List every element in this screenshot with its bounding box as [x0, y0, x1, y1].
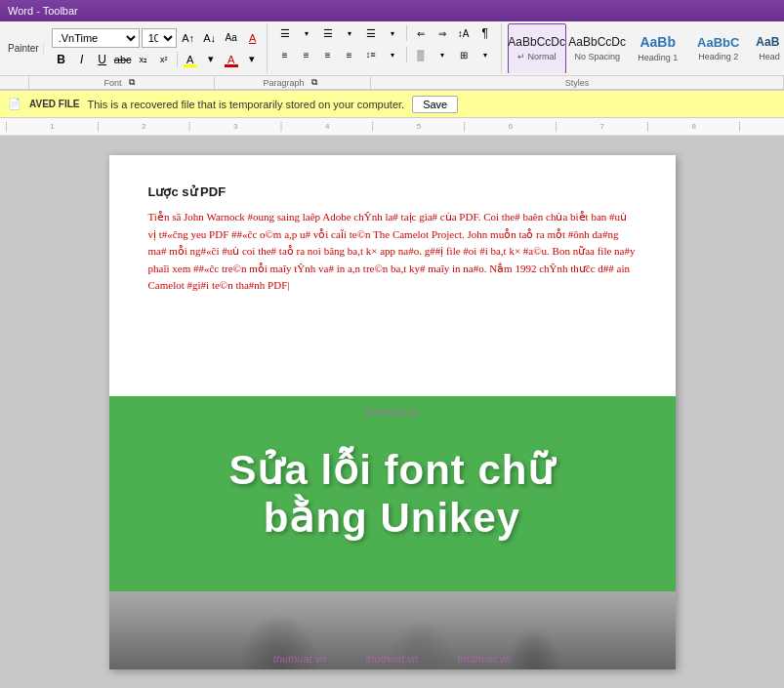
font-format-row: B I U abc x₂ x² A ▾ A ▾ [52, 50, 263, 69]
style-h1-preview: AaBb [640, 34, 676, 51]
ribbon: Painter .VnTime 10.5 A↑ A↓ Aa A [0, 21, 784, 91]
shading-button[interactable]: ▒ [411, 45, 431, 64]
bullets-dropdown[interactable]: ▾ [297, 23, 316, 43]
borders-dropdown[interactable]: ▾ [475, 45, 495, 64]
strikethrough-button[interactable]: abc [113, 50, 133, 69]
info-icon: 📄 [8, 98, 21, 110]
style-h3-preview: AaBbCc [756, 35, 780, 49]
para-row-1: ☰ ▾ ☰ ▾ ☰ ▾ ⇐ ⇒ ↕A ¶ [275, 23, 495, 43]
multilevel-dropdown[interactable]: ▾ [383, 23, 402, 43]
superscript-button[interactable]: x² [154, 50, 174, 69]
style-nospace-label: No Spacing [574, 52, 620, 61]
font-clear-btn[interactable]: A [243, 28, 263, 48]
line-spacing-dropdown[interactable]: ▾ [383, 45, 402, 64]
font-name-row: .VnTime 10.5 A↑ A↓ Aa A [52, 28, 263, 48]
style-heading3[interactable]: AaBbCc Heading 3 [750, 23, 780, 73]
bold-button[interactable]: B [52, 50, 71, 69]
font-shrink-btn[interactable]: A↓ [200, 28, 220, 48]
paragraph-section: ☰ ▾ ☰ ▾ ☰ ▾ ⇐ ⇒ ↕A ¶ ≡ ≡ ≡ ≡ ↕≡ ▾ ▒ [269, 23, 502, 73]
subscript-button[interactable]: x₂ [134, 50, 153, 69]
label-styles: Styles [371, 76, 784, 89]
font-color-dropdown[interactable]: ▾ [201, 50, 221, 69]
numbering-dropdown[interactable]: ▾ [340, 23, 359, 43]
style-h3-label: Heading 3 [759, 52, 780, 61]
style-no-spacing[interactable]: AaBbCcDc No Spacing [568, 23, 627, 73]
shading-dropdown[interactable]: ▾ [433, 45, 452, 64]
overlay-text-line1: Sửa lỗi font chữ [228, 446, 555, 494]
ribbon-labels: Font ⧉ Paragraph ⧉ Styles [0, 76, 784, 90]
increase-indent-button[interactable]: ⇒ [433, 23, 452, 43]
style-normal-preview: AaBbCcDc [508, 35, 565, 49]
para-row-2: ≡ ≡ ≡ ≡ ↕≡ ▾ ▒ ▾ ⊞ ▾ [275, 45, 495, 64]
highlight-button[interactable]: A [181, 50, 200, 69]
line-spacing-button[interactable]: ↕≡ [361, 45, 381, 64]
document-area: Lược sử PDF Tie̊n sã John Warnock #oung … [0, 136, 784, 688]
info-label: AVED FILE [29, 99, 79, 109]
font-color-button[interactable]: A [222, 50, 241, 69]
style-h2-preview: AaBbC [697, 35, 739, 51]
align-center-button[interactable]: ≡ [297, 45, 316, 64]
decrease-indent-button[interactable]: ⇐ [411, 23, 431, 43]
painter-label: Painter [4, 43, 44, 54]
style-heading1[interactable]: AaBb Heading 1 [629, 23, 687, 73]
font-dialog-btn[interactable]: ⧉ [124, 75, 140, 91]
watermark-2: thuthuat.vn [365, 653, 418, 665]
ribbon-toolbar: Painter .VnTime 10.5 A↑ A↓ Aa A [0, 21, 784, 76]
ruler: │ 1 │ 2 │ 3 │ 4 │ 5 │ 6 │ 7 │ 8 │ [0, 118, 784, 136]
font-section: .VnTime 10.5 A↑ A↓ Aa A B I U abc [48, 23, 268, 73]
italic-button[interactable]: I [72, 50, 92, 69]
multilevel-button[interactable]: ☰ [361, 23, 381, 43]
image-overlay: Sửa lỗi font chữ bằng Unikey thuthuat.vn… [109, 396, 676, 669]
sort-button[interactable]: ↕A [454, 23, 474, 43]
font-grow-btn[interactable]: A↑ [179, 28, 198, 48]
font-size-select[interactable]: 10.5 [142, 28, 177, 48]
show-marks-button[interactable]: ¶ [475, 23, 495, 43]
underline-button[interactable]: U [93, 50, 112, 69]
info-bar: 📄 AVED FILE This is a recovered file tha… [0, 91, 784, 118]
para-dialog-btn[interactable]: ⧉ [307, 75, 322, 91]
font-case-btn[interactable]: Aa [222, 28, 241, 48]
info-message: This is a recovered file that is tempora… [87, 99, 404, 110]
document-page: Lược sử PDF Tie̊n sã John Warnock #oung … [109, 155, 676, 669]
document-content[interactable]: Tie̊n sã John Warnock #oung saing laêp A… [148, 209, 637, 295]
overlay-text-line2: bằng Unikey [264, 494, 520, 542]
save-button[interactable]: Save [412, 96, 458, 113]
justify-button[interactable]: ≡ [340, 45, 359, 64]
borders-button[interactable]: ⊞ [454, 45, 474, 64]
label-paragraph: Paragraph ⧉ [215, 76, 371, 89]
font-controls: .VnTime 10.5 A↑ A↓ Aa A B I U abc [52, 28, 263, 69]
title-text: Word - Toolbar [8, 5, 78, 17]
style-heading2[interactable]: AaBbC Heading 2 [689, 23, 748, 73]
watermark-1: thuthuat.vn [273, 653, 326, 665]
font-name-select[interactable]: .VnTime [52, 28, 140, 48]
style-h2-label: Heading 2 [698, 52, 738, 61]
watermark-3: thuthuat.vn [458, 653, 511, 665]
label-font: Font ⧉ [29, 76, 215, 89]
numbering-button[interactable]: ☰ [318, 23, 338, 43]
align-right-button[interactable]: ≡ [318, 45, 338, 64]
style-nospace-preview: AaBbCcDc [568, 35, 626, 49]
align-left-button[interactable]: ≡ [275, 45, 295, 64]
style-normal-label: ↵ Normal [517, 52, 557, 61]
style-normal[interactable]: AaBbCcDc ↵ Normal [508, 23, 566, 73]
ruler-marks: │ 1 │ 2 │ 3 │ 4 │ 5 │ 6 │ 7 │ 8 │ [4, 122, 762, 131]
styles-section: AaBbCcDc ↵ Normal AaBbCcDc No Spacing Aa… [504, 23, 780, 73]
label-painter [0, 76, 29, 89]
photo-area: thuthuat.vn thuthuat.vn thuthuat.vn [109, 591, 676, 669]
font-color2-dropdown[interactable]: ▾ [242, 50, 262, 69]
bullets-button[interactable]: ☰ [275, 23, 295, 43]
title-bar: Word - Toolbar [0, 0, 784, 21]
style-h1-label: Heading 1 [638, 53, 678, 62]
watermark-top: thuthuat.vn [365, 406, 418, 418]
watermark-bottom: thuthuat.vn thuthuat.vn thuthuat.vn [273, 653, 511, 665]
green-overlay: Sửa lỗi font chữ bằng Unikey thuthuat.vn [109, 396, 676, 591]
document-title: Lược sử PDF [148, 184, 637, 199]
